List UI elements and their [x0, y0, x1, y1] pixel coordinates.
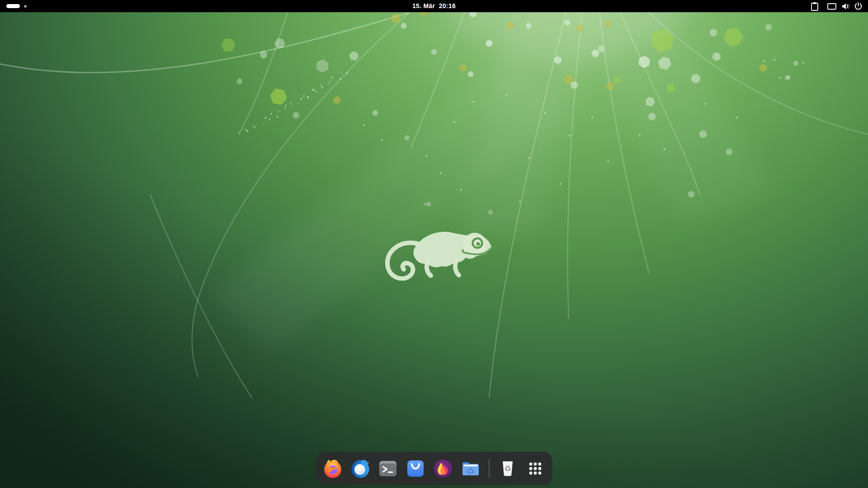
dock-item-thunderbird[interactable] [349, 458, 371, 479]
dock-item-software[interactable] [405, 458, 426, 479]
dock-item-firefox[interactable] [322, 458, 344, 479]
volume-icon [841, 0, 850, 12]
dock-item-flame[interactable] [432, 458, 454, 479]
software-icon [405, 458, 426, 479]
quick-settings[interactable] [827, 0, 863, 12]
svg-text:♻: ♻ [504, 464, 511, 473]
dock-item-files[interactable] [460, 458, 481, 479]
flame-icon [432, 458, 454, 479]
dock-item-terminal[interactable] [377, 458, 399, 479]
trash-icon: ♻ [497, 458, 519, 479]
system-tray [810, 0, 863, 12]
opensuse-logo [382, 230, 493, 281]
power-icon [854, 0, 863, 12]
desktop-screen: 15. Mär 20:16 [0, 0, 868, 488]
dock-item-trash[interactable]: ♻ [497, 458, 519, 479]
thunderbird-icon [349, 458, 371, 479]
dock-item-show-apps[interactable] [524, 458, 546, 479]
clock[interactable]: 15. Mär 20:16 [0, 0, 868, 12]
wallpaper [0, 12, 868, 488]
screen-icon [827, 0, 837, 12]
clipboard-icon[interactable] [810, 0, 819, 12]
app-grid-icon [524, 458, 546, 479]
dock-separator [489, 459, 490, 478]
top-bar: 15. Mär 20:16 [0, 0, 868, 12]
terminal-icon [377, 458, 399, 479]
firefox-icon [322, 458, 344, 479]
files-icon [460, 458, 481, 479]
dash-dock: ♻ [316, 452, 552, 485]
